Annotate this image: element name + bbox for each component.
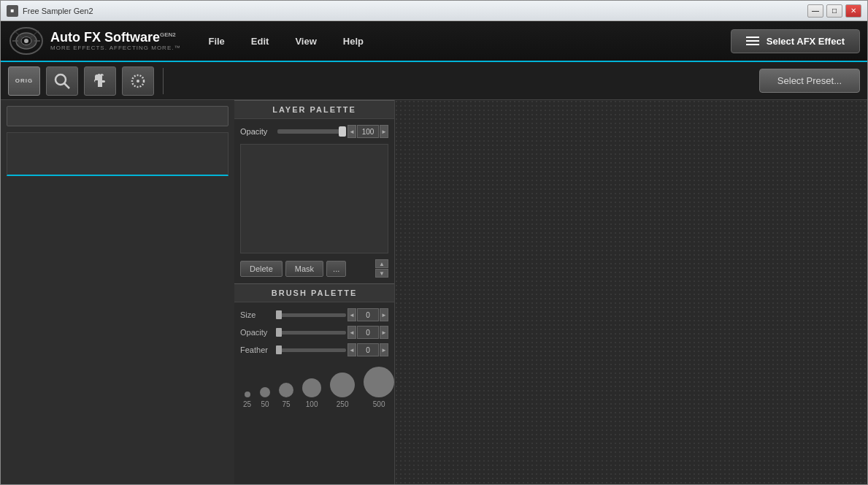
layer-scroll-down-button[interactable]: ▼ bbox=[375, 269, 388, 278]
menu-edit[interactable]: Edit bbox=[238, 33, 283, 50]
close-button[interactable]: ✕ bbox=[845, 4, 861, 18]
main-content: LAYER PALETTE Opacity ◄ 100 ► bbox=[1, 100, 867, 484]
brush-circle bbox=[302, 378, 321, 397]
brush-feather-increase-button[interactable]: ► bbox=[380, 343, 388, 356]
brush-feather-slider-track[interactable] bbox=[276, 348, 346, 352]
layer-scroll-arrows: ▲ ▼ bbox=[375, 259, 388, 278]
brush-feather-value-box: ◄ 0 ► bbox=[347, 343, 388, 356]
svg-line-5 bbox=[64, 83, 69, 88]
brush-feather-slider-thumb[interactable] bbox=[276, 345, 282, 354]
menu-help[interactable]: Help bbox=[330, 33, 377, 50]
logo-main-text: Auto FX SoftwareGEN2 bbox=[50, 31, 180, 45]
brush-feather-row: Feather ◄ 0 ► bbox=[240, 343, 388, 356]
brush-circle-item[interactable]: 25 bbox=[243, 392, 251, 408]
opacity-slider-thumb[interactable] bbox=[339, 126, 346, 137]
brush-circle-label: 250 bbox=[337, 400, 349, 408]
opacity-increase-button[interactable]: ► bbox=[380, 125, 388, 138]
sidebar-list bbox=[7, 132, 228, 176]
brush-circle-label: 100 bbox=[306, 400, 318, 408]
opacity-slider-track[interactable] bbox=[277, 129, 346, 134]
original-tool-button[interactable]: ORIG bbox=[8, 66, 40, 96]
maximize-button[interactable]: □ bbox=[826, 4, 842, 18]
opacity-row: Opacity ◄ 100 ► bbox=[240, 125, 388, 138]
more-layer-button[interactable]: ... bbox=[326, 261, 346, 277]
brush-circle-item[interactable]: 500 bbox=[364, 367, 394, 408]
logo-icon bbox=[8, 25, 45, 57]
select-afx-button[interactable]: Select AFX Effect bbox=[731, 29, 860, 53]
brush-size-slider-track[interactable] bbox=[276, 313, 346, 317]
menu-view[interactable]: View bbox=[282, 33, 329, 50]
menu-items: File Edit View Help bbox=[195, 33, 730, 50]
brush-circle-item[interactable]: 50 bbox=[260, 387, 270, 408]
svg-point-3 bbox=[24, 39, 28, 43]
brush-size-slider-container: ◄ 0 ► bbox=[276, 308, 388, 321]
svg-point-4 bbox=[55, 75, 66, 85]
mask-layer-button[interactable]: Mask bbox=[285, 261, 323, 277]
brush-opacity-label: Opacity bbox=[240, 328, 273, 337]
brush-opacity-value-box: ◄ 0 ► bbox=[347, 326, 388, 339]
brush-size-row: Size ◄ 0 ► bbox=[240, 308, 388, 321]
brush-circle-item[interactable]: 75 bbox=[279, 383, 293, 408]
afx-lines-icon bbox=[746, 37, 759, 45]
layer-palette-content: Opacity ◄ 100 ► bbox=[234, 119, 394, 283]
title-bar: ■ Free Sampler Gen2 — □ ✕ bbox=[1, 1, 867, 21]
brush-circle-item[interactable]: 250 bbox=[330, 373, 355, 408]
opacity-value-box: ◄ 100 ► bbox=[347, 125, 388, 138]
brush-size-slider-thumb[interactable] bbox=[276, 310, 282, 319]
brush-opacity-value: 0 bbox=[357, 326, 379, 339]
menu-file[interactable]: File bbox=[195, 33, 237, 50]
brush-feather-label: Feather bbox=[240, 345, 273, 354]
search-tool-button[interactable] bbox=[46, 66, 78, 96]
brush-palette-header: BRUSH PALETTE bbox=[234, 283, 394, 302]
main-window: ■ Free Sampler Gen2 — □ ✕ bbox=[0, 0, 868, 485]
brush-circle bbox=[245, 392, 250, 397]
brush-feather-slider-container: ◄ 0 ► bbox=[276, 343, 388, 356]
brush-circle bbox=[279, 383, 293, 397]
layer-scroll-up-button[interactable]: ▲ bbox=[375, 259, 388, 268]
brush-opacity-row: Opacity ◄ 0 ► bbox=[240, 326, 388, 339]
brush-opacity-increase-button[interactable]: ► bbox=[380, 326, 388, 339]
brush-opacity-slider-track[interactable] bbox=[276, 331, 346, 335]
logo-sub-text: MORE EFFECTS. AFFECTING MORE.™ bbox=[50, 45, 180, 51]
brush-circle-item[interactable]: 100 bbox=[302, 378, 321, 408]
brush-tool-button[interactable] bbox=[122, 66, 154, 96]
layer-palette-header: LAYER PALETTE bbox=[234, 100, 394, 119]
brush-circle bbox=[260, 387, 270, 397]
brush-circle-label: 50 bbox=[261, 400, 269, 408]
brush-opacity-slider-container: ◄ 0 ► bbox=[276, 326, 388, 339]
orig-label: ORIG bbox=[15, 77, 33, 84]
brush-opacity-decrease-button[interactable]: ◄ bbox=[347, 326, 356, 339]
brush-size-value-box: ◄ 0 ► bbox=[347, 308, 388, 321]
opacity-slider-container: ◄ 100 ► bbox=[277, 125, 388, 138]
layer-palette-panel: LAYER PALETTE Opacity ◄ 100 ► bbox=[234, 100, 394, 283]
menu-bar: Auto FX SoftwareGEN2 MORE EFFECTS. AFFEC… bbox=[1, 21, 867, 62]
canvas-area bbox=[395, 100, 867, 484]
brush-size-label: Size bbox=[240, 310, 273, 319]
layer-panel-buttons: Delete Mask ... ▲ ▼ bbox=[240, 259, 388, 278]
app-icon: ■ bbox=[7, 5, 18, 17]
minimize-button[interactable]: — bbox=[807, 4, 823, 18]
opacity-decrease-button[interactable]: ◄ bbox=[347, 125, 356, 138]
menu-right: Select AFX Effect bbox=[731, 29, 860, 53]
sidebar-search-input[interactable] bbox=[7, 106, 228, 126]
logo-area: Auto FX SoftwareGEN2 MORE EFFECTS. AFFEC… bbox=[8, 25, 180, 57]
brush-opacity-slider-thumb[interactable] bbox=[276, 328, 282, 337]
brush-circle-label: 25 bbox=[243, 400, 251, 408]
brush-size-value: 0 bbox=[357, 308, 379, 321]
brush-size-increase-button[interactable]: ► bbox=[380, 308, 388, 321]
brush-circle bbox=[330, 373, 355, 397]
select-preset-button[interactable]: Select Preset... bbox=[759, 69, 860, 93]
window-controls: — □ ✕ bbox=[807, 4, 861, 18]
brush-size-decrease-button[interactable]: ◄ bbox=[347, 308, 356, 321]
delete-layer-button[interactable]: Delete bbox=[240, 261, 283, 277]
brush-circle-label: 75 bbox=[283, 400, 291, 408]
panels-area: LAYER PALETTE Opacity ◄ 100 ► bbox=[234, 100, 395, 484]
left-sidebar bbox=[1, 100, 234, 484]
pan-tool-button[interactable] bbox=[84, 66, 116, 96]
opacity-value: 100 bbox=[357, 125, 379, 138]
brush-circles-container: 255075100250500 bbox=[240, 361, 388, 411]
brush-circle bbox=[364, 367, 394, 397]
opacity-label: Opacity bbox=[240, 127, 273, 136]
brush-palette-content: Size ◄ 0 ► bbox=[234, 302, 394, 417]
brush-feather-decrease-button[interactable]: ◄ bbox=[347, 343, 356, 356]
